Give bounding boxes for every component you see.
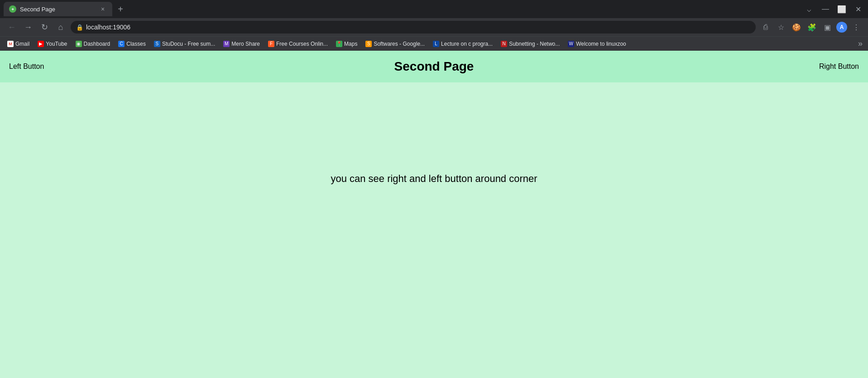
app-navbar: Left Button Second Page Right Button [0, 51, 868, 82]
right-button[interactable]: Right Button [819, 62, 859, 71]
page-content: Left Button Second Page Right Button you… [0, 51, 868, 378]
subnetting-favicon: N [501, 41, 507, 47]
bookmark-subnetting[interactable]: N Subnetting - Netwo... [497, 39, 563, 49]
address-bar: ← → ↻ ⌂ 🔒 localhost:19006 ⎙ ☆ 🍪 🧩 ▣ A ⋮ [0, 18, 868, 36]
active-tab[interactable]: ✦ Second Page × [4, 2, 112, 16]
linuxzoo-favicon: W [568, 41, 574, 47]
bookmark-gmail[interactable]: M Gmail [4, 39, 33, 49]
bookmark-classes[interactable]: C Classes [115, 39, 149, 49]
main-content: you can see right and left button around… [0, 82, 868, 275]
page-title: Second Page [394, 59, 474, 74]
url-text: localhost:19006 [86, 24, 750, 31]
refresh-button[interactable]: ↻ [38, 21, 51, 33]
bookmark-maps-label: Maps [344, 41, 357, 47]
classes-favicon: C [118, 41, 125, 47]
profile-avatar[interactable]: A [836, 22, 847, 33]
dashboard-favicon: ◉ [76, 41, 82, 47]
back-button[interactable]: ← [5, 21, 18, 33]
forward-button[interactable]: → [22, 21, 34, 33]
bookmarks-more-button[interactable]: » [856, 39, 864, 48]
address-bar-actions: ⎙ ☆ 🍪 🧩 ▣ A ⋮ [759, 21, 863, 33]
close-window-button[interactable]: ✕ [852, 3, 864, 15]
home-button[interactable]: ⌂ [54, 21, 67, 33]
sidebar-button[interactable]: ▣ [821, 21, 834, 33]
browser-chrome: ✦ Second Page × + ⌵ — ⬜ ✕ ← → ↻ ⌂ 🔒 loca… [0, 0, 868, 51]
minimize-button[interactable]: — [819, 3, 832, 15]
freecourses-favicon: F [268, 41, 274, 47]
share-button[interactable]: ⎙ [759, 21, 772, 33]
maximize-button[interactable]: ⬜ [835, 3, 848, 15]
extensions-button[interactable]: 🧩 [806, 21, 818, 33]
lecture-favicon: L [433, 41, 439, 47]
bookmark-linuxzoo-label: Welcome to linuxzoo [576, 41, 626, 47]
address-input[interactable]: 🔒 localhost:19006 [71, 21, 756, 33]
body-text: you can see right and left button around… [331, 173, 537, 185]
bookmark-youtube-label: YouTube [46, 41, 67, 47]
bookmark-linuxzoo[interactable]: W Welcome to linuxzoo [564, 39, 630, 49]
bookmark-meroshare-label: Mero Share [231, 41, 260, 47]
bookmark-button[interactable]: ☆ [775, 21, 787, 33]
meroshare-favicon: M [223, 41, 230, 47]
lock-icon: 🔒 [76, 24, 83, 31]
tab-search-button[interactable]: ⌵ [803, 3, 815, 15]
bookmark-gmail-label: Gmail [15, 41, 29, 47]
window-controls: ⌵ — ⬜ ✕ [803, 3, 864, 15]
bookmark-youtube[interactable]: ▶ YouTube [34, 39, 71, 49]
bookmark-studocu-label: StuDocu - Free sum... [162, 41, 215, 47]
bookmark-dashboard-label: Dashboard [84, 41, 110, 47]
bookmark-maps[interactable]: 📍 Maps [332, 39, 361, 49]
browser-menu-button[interactable]: ⋮ [850, 21, 863, 33]
bookmark-studocu[interactable]: S StuDocu - Free sum... [150, 39, 219, 49]
tab-favicon: ✦ [9, 5, 16, 13]
youtube-favicon: ▶ [38, 41, 44, 47]
bookmark-dashboard[interactable]: ◉ Dashboard [72, 39, 114, 49]
softwares-favicon: S [365, 41, 372, 47]
bookmark-softwares[interactable]: S Softwares - Google... [362, 39, 428, 49]
tab-close-button[interactable]: × [99, 5, 107, 13]
extension-cookies-button[interactable]: 🍪 [790, 21, 803, 33]
bookmark-freecourses-label: Free Courses Onlin... [276, 41, 328, 47]
maps-favicon: 📍 [336, 41, 342, 47]
tab-title: Second Page [20, 6, 95, 13]
new-tab-button[interactable]: + [114, 3, 127, 15]
bookmark-meroshare[interactable]: M Mero Share [220, 39, 264, 49]
bookmark-subnetting-label: Subnetting - Netwo... [509, 41, 560, 47]
bookmark-freecourses[interactable]: F Free Courses Onlin... [264, 39, 331, 49]
bookmark-classes-label: Classes [126, 41, 146, 47]
gmail-favicon: M [7, 41, 14, 47]
bookmark-lecture-label: Lecture on c progra... [441, 41, 493, 47]
left-button[interactable]: Left Button [9, 62, 44, 71]
studocu-favicon: S [154, 41, 160, 47]
bookmark-lecture[interactable]: L Lecture on c progra... [429, 39, 496, 49]
bookmarks-bar: M Gmail ▶ YouTube ◉ Dashboard C Classes … [0, 36, 868, 51]
tab-bar: ✦ Second Page × + ⌵ — ⬜ ✕ [0, 0, 868, 18]
bookmark-softwares-label: Softwares - Google... [374, 41, 425, 47]
